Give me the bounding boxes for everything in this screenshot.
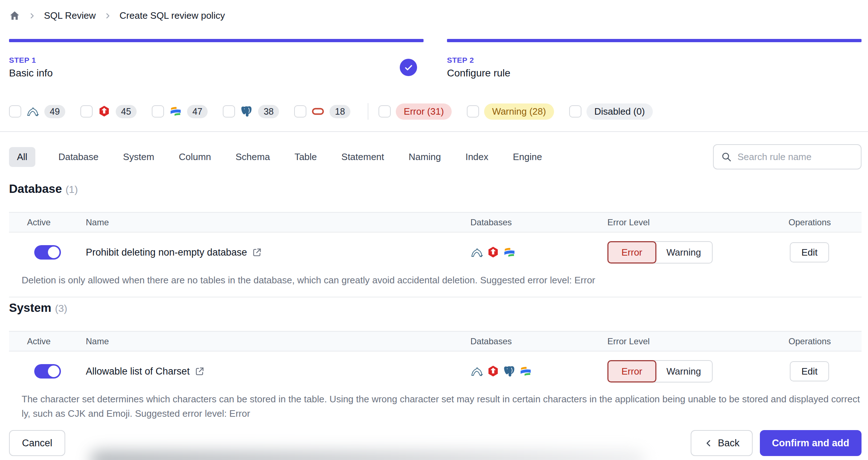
section-divider <box>0 131 868 132</box>
rule-name: Allowable list of Charset <box>86 366 190 377</box>
warning-level-checkbox[interactable] <box>467 105 479 118</box>
postgres-checkbox[interactable] <box>223 105 235 118</box>
chevron-right-icon <box>28 12 36 20</box>
confirm-and-add-button[interactable]: Confirm and add <box>760 430 862 456</box>
warning-option-button[interactable]: Warning <box>654 241 713 264</box>
section-title-system: System(3) <box>9 301 67 315</box>
col-error-level: Error Level <box>607 336 773 346</box>
search-input[interactable] <box>738 151 854 163</box>
col-name: Name <box>86 336 470 346</box>
tidb-icon <box>98 105 111 118</box>
error-level-selector: Error Warning <box>607 360 773 382</box>
search-box[interactable] <box>713 144 862 169</box>
edit-button[interactable]: Edit <box>790 361 829 381</box>
toggle-knob <box>48 366 59 377</box>
oracle-icon <box>311 105 324 118</box>
breadcrumb: SQL Review Create SQL review policy <box>9 10 225 21</box>
oceanbase-icon <box>503 246 516 259</box>
error-option-button[interactable]: Error <box>607 360 656 382</box>
step-2-title: Configure rule <box>447 67 510 79</box>
step-1[interactable]: STEP 1 Basic info <box>9 39 424 79</box>
warning-option-button[interactable]: Warning <box>654 360 713 382</box>
filter-engine-postgres: 38 <box>223 105 279 118</box>
disabled-level-pill[interactable]: Disabled (0) <box>586 103 653 120</box>
filter-engine-oracle: 18 <box>294 105 350 118</box>
step-2[interactable]: STEP 2 Configure rule <box>447 39 862 79</box>
rule-engines <box>470 246 607 259</box>
col-name: Name <box>86 217 470 227</box>
rule-description: Deletion is only allowed when there are … <box>9 264 862 297</box>
tab-system[interactable]: System <box>121 147 156 167</box>
external-link-icon[interactable] <box>252 247 262 257</box>
postgres-icon <box>503 365 516 378</box>
oceanbase-checkbox[interactable] <box>152 105 164 118</box>
mysql-checkbox[interactable] <box>9 105 21 118</box>
oracle-checkbox[interactable] <box>294 105 306 118</box>
tab-schema[interactable]: Schema <box>234 147 271 167</box>
category-tabs: All Database System Column Schema Table … <box>9 147 544 167</box>
breadcrumb-sql-review[interactable]: SQL Review <box>44 10 96 21</box>
warning-level-pill[interactable]: Warning (28) <box>484 103 554 120</box>
table-row: Prohibit deleting non-empty database Err… <box>9 233 862 264</box>
oceanbase-icon <box>169 105 182 118</box>
error-level-checkbox[interactable] <box>378 105 391 118</box>
col-databases: Databases <box>470 336 607 346</box>
filter-engine-mysql: 49 <box>9 105 65 118</box>
step-1-completed-badge <box>400 59 417 76</box>
rule-name: Prohibit deleting non-empty database <box>86 247 247 258</box>
tab-statement[interactable]: Statement <box>340 147 386 167</box>
home-icon[interactable] <box>9 10 20 21</box>
external-link-icon[interactable] <box>195 366 205 376</box>
filter-level-warning: Warning (28) <box>467 103 554 120</box>
step-indicator: STEP 1 Basic info STEP 2 Configure rule <box>9 39 862 79</box>
postgres-count-badge: 38 <box>258 105 279 118</box>
tab-naming[interactable]: Naming <box>407 147 443 167</box>
oceanbase-count-badge: 47 <box>187 105 208 118</box>
tab-table[interactable]: Table <box>293 147 318 167</box>
step-2-label: STEP 2 <box>447 56 510 65</box>
filter-engine-tidb: 45 <box>80 105 137 118</box>
error-level-selector: Error Warning <box>607 241 773 264</box>
col-operations: Operations <box>773 336 862 346</box>
tidb-icon <box>487 246 500 259</box>
tab-index[interactable]: Index <box>464 147 490 167</box>
mysql-icon <box>470 246 483 259</box>
filter-level-error: Error (31) <box>378 103 452 120</box>
table-row: Allowable list of Charset Error Warning … <box>9 351 862 382</box>
tab-engine[interactable]: Engine <box>511 147 544 167</box>
section-title-database: Database(1) <box>9 182 78 196</box>
check-icon <box>404 63 413 72</box>
step-1-title: Basic info <box>9 67 53 79</box>
cancel-button[interactable]: Cancel <box>9 430 65 456</box>
tab-database[interactable]: Database <box>57 147 100 167</box>
edit-button[interactable]: Edit <box>790 242 829 262</box>
tidb-count-badge: 45 <box>116 105 137 118</box>
table-header: Active Name Databases Error Level Operat… <box>9 332 862 351</box>
filter-level-disabled: Disabled (0) <box>569 103 653 120</box>
search-icon <box>721 151 732 162</box>
category-tabs-row: All Database System Column Schema Table … <box>9 144 862 169</box>
tab-all[interactable]: All <box>9 147 35 167</box>
rule-active-toggle[interactable] <box>34 364 61 379</box>
rule-description: The character set determines which chara… <box>9 382 862 430</box>
table-header: Active Name Databases Error Level Operat… <box>9 213 862 233</box>
col-operations: Operations <box>773 217 862 227</box>
mysql-count-badge: 49 <box>44 105 65 118</box>
filter-engine-oceanbase: 47 <box>152 105 208 118</box>
back-button[interactable]: Back <box>691 430 752 456</box>
error-option-button[interactable]: Error <box>607 241 656 264</box>
rule-active-toggle[interactable] <box>34 245 61 260</box>
mysql-icon <box>26 105 39 118</box>
system-rules-table: Active Name Databases Error Level Operat… <box>9 331 862 430</box>
disabled-level-checkbox[interactable] <box>569 105 581 118</box>
postgres-icon <box>240 105 253 118</box>
rule-engines <box>470 365 607 378</box>
tab-column[interactable]: Column <box>177 147 213 167</box>
step-2-progress-bar <box>447 39 862 42</box>
tidb-checkbox[interactable] <box>80 105 93 118</box>
section-count: (3) <box>55 303 67 314</box>
step-1-progress-bar <box>9 39 424 42</box>
oracle-count-badge: 18 <box>329 105 350 118</box>
error-level-pill[interactable]: Error (31) <box>396 103 452 120</box>
col-databases: Databases <box>470 217 607 227</box>
